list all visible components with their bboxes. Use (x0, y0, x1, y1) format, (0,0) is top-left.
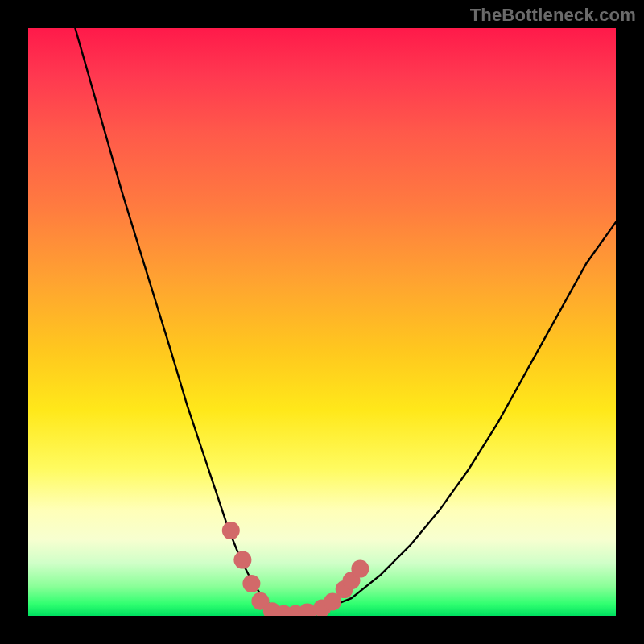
chart-svg (28, 28, 616, 616)
plot-area (28, 28, 616, 616)
data-marker (242, 575, 260, 592)
data-marker (351, 560, 369, 578)
bottleneck-curve (75, 28, 616, 616)
data-marker (222, 522, 240, 539)
watermark-text: TheBottleneck.com (470, 5, 636, 26)
data-marker (233, 551, 251, 569)
chart-frame: TheBottleneck.com (0, 0, 644, 644)
marker-group (222, 522, 369, 616)
